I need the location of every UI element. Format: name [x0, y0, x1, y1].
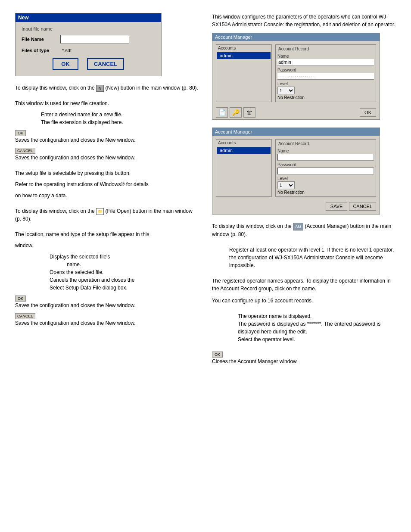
am2-save-button[interactable]: SAVE: [326, 202, 348, 211]
am1-level-label: Level: [277, 81, 374, 86]
am2-body: Accounts admin Account Record Name Passw…: [212, 136, 380, 200]
am1-admin-item[interactable]: admin: [217, 52, 271, 59]
acct-manager-display-desc: To display this window, click on the AM …: [212, 222, 396, 238]
am1-titlebar: Account Manager: [212, 33, 380, 41]
am1-delete-icon: 🗑: [246, 109, 252, 116]
acct-display-text1: To display this window, click on the: [212, 223, 292, 229]
am1-level-select[interactable]: 1 2 3: [277, 87, 295, 94]
setup-selectable-line3: on how to copy a data.: [15, 192, 199, 199]
cancel-tiny-btn[interactable]: CANCEL: [15, 148, 35, 154]
account-manager-1-section: Account Manager Accounts admin Account R…: [212, 33, 396, 120]
am1-new-icon-btn[interactable]: 📄: [216, 107, 228, 118]
setup-file-select-section: The setup file is selectable by pressing…: [15, 169, 199, 199]
am1-name-value: admin: [277, 59, 374, 66]
am1-record-panel: Account Record Name admin Password .....…: [275, 44, 376, 102]
file-name-field-label: File Name: [22, 37, 60, 42]
am2-level-label: Level: [277, 176, 374, 181]
new-dialog-title: New: [18, 15, 29, 21]
am1-body: Accounts admin Account Record Name admin…: [212, 41, 380, 106]
account-manager-icon: AM: [293, 223, 303, 230]
am1-name-label: Name: [277, 54, 374, 59]
am2-accounts-panel: Accounts admin: [216, 139, 272, 197]
ok-btn-desc-block2: OK Saves the configuration and closes th…: [15, 295, 199, 327]
new-cancel-button[interactable]: CANCEL: [87, 58, 124, 70]
am2-cancel-button[interactable]: CANCEL: [349, 202, 376, 211]
new-file-dialog-section: New Input file name File Name Files of t…: [15, 13, 199, 76]
top-desc-text: This window configures the parameters of…: [212, 13, 396, 28]
acct-manager-display-section: To display this window, click on the AM …: [212, 222, 396, 238]
am1-level-row: 1 2 3: [277, 87, 374, 94]
account-manager-dialog-1: Account Manager Accounts admin Account R…: [212, 33, 380, 120]
am2-record-label: Account Record: [277, 141, 374, 147]
new-file-dialog: New Input file name File Name Files of t…: [15, 13, 162, 76]
am1-accounts-label: Accounts: [216, 45, 271, 51]
am2-footer: SAVE CANCEL: [212, 200, 380, 214]
new-file-purpose-line2: Enter a desired name for a new file.: [41, 111, 199, 118]
register-level1-section: Register at least one operator with leve…: [212, 246, 396, 269]
ok-closes-tiny-btn[interactable]: OK: [212, 352, 223, 358]
new-file-purpose-line3: The file extension is displayed here.: [41, 118, 199, 126]
file-open-icon: 📁: [96, 208, 104, 215]
am1-key-icon: 🔑: [232, 109, 240, 116]
new-window-desc-text2: (New) button in the main window (p. 80).: [105, 85, 198, 91]
ok-tiny-btn[interactable]: OK: [15, 130, 26, 136]
am1-password-label: Password: [277, 68, 374, 72]
am2-name-input[interactable]: [277, 154, 374, 161]
operator-name-displayed: The operator name is displayed.: [238, 312, 396, 320]
left-column: New Input file name File Name Files of t…: [9, 9, 206, 377]
opens-selected-line: Opens the selected file.: [50, 268, 199, 276]
new-window-desc: To display this window, click on the N (…: [15, 84, 199, 92]
cancel-saves-desc2: Saves the configuration and closes the N…: [15, 319, 199, 327]
setup-selectable-line2: Refer to the operating instructions of W…: [15, 180, 199, 188]
am2-admin-item[interactable]: admin: [217, 147, 271, 154]
am2-password-input[interactable]: [277, 168, 374, 174]
ok-btn-desc-block: OK Saves the configuration and closes th…: [15, 130, 199, 162]
am1-ok-button[interactable]: OK: [360, 108, 376, 117]
am2-title: Account Manager: [215, 129, 252, 134]
am1-new-icon: 📄: [218, 109, 226, 116]
setup-location-line1: The location, name and type of the setup…: [15, 230, 199, 238]
displays-selected-line: Displays the selected file's: [50, 253, 199, 261]
files-of-type-row: Files of type *.sdt: [22, 47, 155, 54]
am1-delete-icon-btn[interactable]: 🗑: [243, 107, 255, 118]
am2-level-select[interactable]: 1 2 3: [277, 181, 295, 189]
setup-location-line2: window.: [15, 242, 199, 249]
window-desc-section: This window is used for new file creatio…: [15, 100, 199, 162]
am2-record-panel: Account Record Name Password Level 1 2 3: [275, 139, 376, 197]
ok-closes-desc: Closes the Account Manager window.: [212, 358, 396, 365]
ok-saves-desc: Saves the configuration and closes the N…: [15, 136, 199, 144]
am2-accounts-label: Accounts: [216, 140, 271, 146]
am2-no-restriction: No Restriction: [277, 190, 374, 195]
am1-ok-right: OK: [360, 108, 376, 117]
ok-closes-section: OK Closes the Account Manager window.: [212, 351, 396, 365]
am1-no-restriction: No Restriction: [277, 95, 374, 100]
new-ok-button[interactable]: OK: [53, 58, 78, 70]
files-of-type-value: *.sdt: [60, 47, 73, 54]
file-name-row: File Name: [22, 35, 155, 44]
am2-level-row: 1 2 3: [277, 181, 374, 189]
new-window-desc-block: To display this window, click on the N (…: [15, 84, 199, 92]
ok-tiny-btn2[interactable]: OK: [15, 296, 26, 302]
am1-key-icon-btn[interactable]: 🔑: [230, 107, 242, 118]
file-open-desc-text1: To display this window, click on the: [15, 208, 95, 214]
right-column: This window configures the parameters of…: [206, 9, 402, 377]
password-displayed: The password is displayed as *******. Th…: [238, 320, 396, 336]
file-open-desc: To display this window, click on the 📁 (…: [15, 207, 199, 223]
accounts-desc-line2: You can configure up to 16 account recor…: [212, 297, 396, 305]
cancel-saves-desc: Saves the configuration and closes the N…: [15, 154, 199, 162]
new-dialog-titlebar: New: [16, 13, 161, 22]
new-dialog-buttons: OK CANCEL: [22, 58, 155, 70]
file-name-input[interactable]: [60, 35, 129, 44]
am2-password-label: Password: [277, 162, 374, 167]
select-data-file-line: Select Setup Data File dialog box.: [50, 284, 199, 292]
am1-record-label: Account Record: [277, 47, 374, 52]
name-line: name.: [67, 261, 199, 268]
account-manager-2-section: Account Manager Accounts admin Account R…: [212, 128, 396, 215]
cancel-tiny-btn2[interactable]: CANCEL: [15, 313, 35, 319]
select-level: Select the operator level.: [238, 336, 396, 343]
accounts-desc-section: The registered operator names appears. T…: [212, 277, 396, 305]
am2-name-label: Name: [277, 149, 374, 153]
am1-footer: 📄 🔑 🗑 OK: [212, 106, 380, 119]
am1-title: Account Manager: [215, 34, 252, 40]
am1-password-value: ..................: [277, 73, 374, 80]
